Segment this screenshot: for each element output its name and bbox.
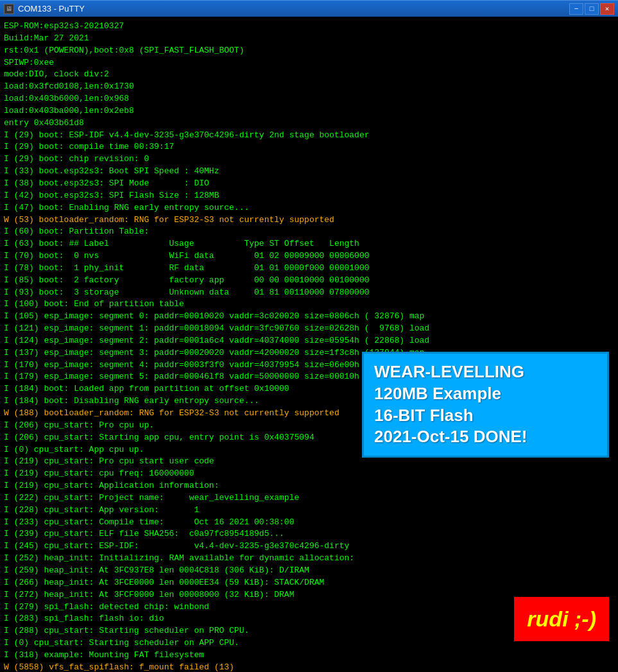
terminal-line: load:0x403b6000,len:0x968 <box>4 93 614 105</box>
terminal-line: W (53) bootloader_random: RNG for ESP32-… <box>4 214 614 227</box>
terminal-line: I (63) boot: ## Label Usage Type ST Offs… <box>4 238 614 250</box>
terminal-line: I (70) boot: 0 nvs WiFi data 01 02 00009… <box>4 250 614 263</box>
terminal-line: Build:Mar 27 2021 <box>4 33 614 45</box>
rudi-text: rudi ;-) <box>527 607 596 631</box>
terminal-line: I (105) esp_image: segment 0: paddr=0001… <box>4 311 614 323</box>
putty-icon: 🖥 <box>4 4 14 14</box>
terminal-line: I (233) cpu_start: Compile time: Oct 16 … <box>4 517 614 529</box>
terminal-line: I (219) cpu_start: Application informati… <box>4 480 614 492</box>
terminal-line: I (266) heap_init: At 3FCE0000 len 0000E… <box>4 577 614 589</box>
terminal-line: W (5858) vfs_fat_spiflash: f_mount faile… <box>4 662 614 672</box>
terminal-line: I (252) heap_init: Initializing. RAM ava… <box>4 553 614 565</box>
title-bar: 🖥 COM133 - PuTTY − □ ✕ <box>0 0 618 17</box>
terminal-line: entry 0x403b61d8 <box>4 117 614 130</box>
overlay-info-box: WEAR-LEVELLING 120MB Example 16-BIT Flas… <box>362 352 609 458</box>
terminal-line: I (219) cpu_start: Pro cpu start user co… <box>4 456 614 468</box>
terminal-line: I (29) boot: chip revision: 0 <box>4 153 614 166</box>
terminal-line: I (318) example: Mounting FAT filesystem <box>4 650 614 662</box>
terminal-line: I (78) boot: 1 phy_init RF data 01 01 00… <box>4 263 614 275</box>
maximize-button[interactable]: □ <box>585 3 599 15</box>
close-button[interactable]: ✕ <box>600 3 614 15</box>
terminal-line: load:0x403ba000,len:0x2eb8 <box>4 105 614 117</box>
overlay-line-1: WEAR-LEVELLING <box>374 361 597 383</box>
overlay-line-3: 16-BIT Flash <box>374 405 597 427</box>
terminal-line: ESP-ROM:esp32s3-20210327 <box>4 21 614 33</box>
terminal-output: ESP-ROM:esp32s3-20210327 Build:Mar 27 20… <box>4 21 614 672</box>
terminal-line: I (29) boot: compile time 00:39:17 <box>4 141 614 153</box>
overlay-line-2: 120MB Example <box>374 383 597 405</box>
terminal-line: I (239) cpu_start: ELF file SHA256: c0a9… <box>4 528 614 540</box>
terminal-line: I (100) boot: End of partition table <box>4 298 614 311</box>
terminal-line: I (121) esp_image: segment 1: paddr=0001… <box>4 323 614 335</box>
terminal-line: I (85) boot: 2 factory factory app 00 00… <box>4 275 614 287</box>
terminal-line: load:0x3fcd0108,len:0x1730 <box>4 81 614 93</box>
terminal-line: mode:DIO, clock div:2 <box>4 69 614 81</box>
terminal-line: I (222) cpu_start: Project name: wear_le… <box>4 492 614 504</box>
terminal-line: I (38) boot.esp32s3: SPI Mode : DIO <box>4 178 614 190</box>
terminal-line: I (42) boot.esp32s3: SPI Flash Size : 12… <box>4 190 614 202</box>
minimize-button[interactable]: − <box>569 3 583 15</box>
window-controls: − □ ✕ <box>569 3 614 15</box>
terminal-line: I (219) cpu_start: cpu freq: 160000000 <box>4 468 614 480</box>
terminal-line: I (29) boot: ESP-IDF v4.4-dev-3235-g3e37… <box>4 130 614 142</box>
terminal-line: I (93) boot: 3 storage Unknown data 01 8… <box>4 287 614 299</box>
terminal-line: rst:0x1 (POWERON),boot:0x8 (SPI_FAST_FLA… <box>4 45 614 57</box>
terminal-line: I (259) heap_init: At 3FC937E8 len 0004C… <box>4 565 614 577</box>
terminal-line: I (124) esp_image: segment 2: paddr=0001… <box>4 335 614 347</box>
window-title: COM133 - PuTTY <box>18 4 85 13</box>
title-bar-left: 🖥 COM133 - PuTTY <box>4 4 85 14</box>
terminal-line: I (33) boot.esp32s3: Boot SPI Speed : 40… <box>4 166 614 178</box>
overlay-line-4: 2021-Oct-15 DONE! <box>374 426 597 448</box>
terminal-line: I (228) cpu_start: App version: 1 <box>4 504 614 517</box>
terminal-window[interactable]: ESP-ROM:esp32s3-20210327 Build:Mar 27 20… <box>0 17 618 672</box>
terminal-line: SPIWP:0xee <box>4 57 614 69</box>
rudi-badge: rudi ;-) <box>514 597 609 641</box>
terminal-line: I (245) cpu_start: ESP-IDF: v4.4-dev-323… <box>4 540 614 553</box>
terminal-line: I (47) boot: Enabling RNG early entropy … <box>4 202 614 214</box>
terminal-line: I (60) boot: Partition Table: <box>4 226 614 238</box>
